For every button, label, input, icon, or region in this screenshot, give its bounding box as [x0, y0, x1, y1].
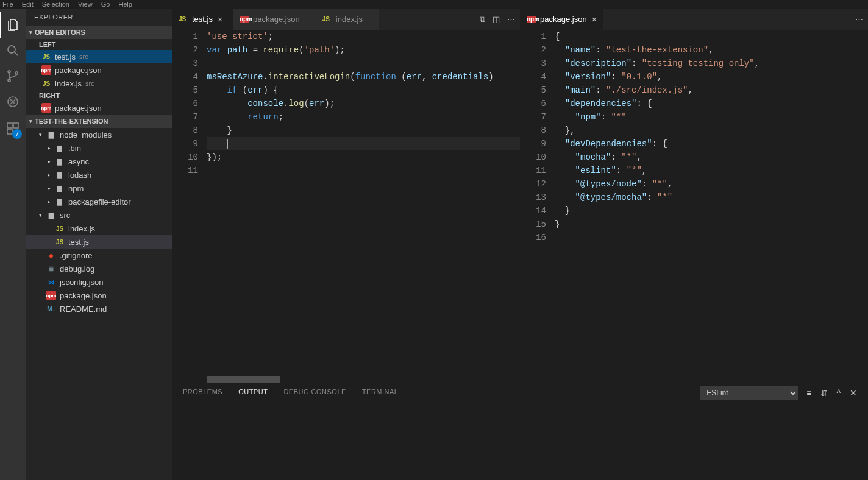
open-editors-label: OPEN EDITORS [35, 29, 85, 36]
open-editor-item[interactable]: npmpackage.json [26, 101, 172, 115]
close-tab-icon[interactable]: × [592, 15, 597, 24]
activity-extensions[interactable]: 7 [0, 116, 26, 141]
editor-area: JStest.js×npmpackage.json×JSindex.js× ⧉ … [172, 9, 868, 480]
file-item[interactable]: ≣debug.log [26, 262, 172, 275]
panel-tab-terminal[interactable]: TERMINAL [362, 388, 399, 398]
project-label: TEST-THE-EXTENSION [35, 118, 108, 125]
svg-rect-6 [13, 123, 18, 128]
clear-icon[interactable]: ≡ [806, 388, 812, 398]
more-icon[interactable]: ⋯ [507, 15, 515, 24]
open-editor-item[interactable]: JStest.jssrc [26, 50, 172, 63]
chevron-down-icon: ▾ [29, 29, 32, 35]
menu-view[interactable]: View [78, 1, 93, 8]
file-item[interactable]: JSindex.js [26, 222, 172, 235]
split-icon[interactable]: ◫ [493, 15, 500, 24]
editor-group-right: npmpackage.json× ⋯ 123456789101112131415… [520, 9, 868, 383]
folder-item[interactable]: ▸▇packagefile-editor [26, 195, 172, 208]
svg-point-3 [15, 72, 18, 74]
files-icon [5, 18, 20, 32]
menu-selection[interactable]: Selection [42, 1, 69, 8]
activity-debug[interactable] [0, 89, 26, 115]
extensions-badge: 7 [12, 129, 22, 139]
svg-point-2 [8, 79, 10, 82]
panel-tab-problems[interactable]: PROBLEMS [183, 388, 222, 398]
panel-tab-output[interactable]: OUTPUT [238, 388, 268, 398]
editor-tab[interactable]: JStest.js× [173, 9, 233, 30]
activity-search[interactable] [0, 38, 26, 63]
project-header[interactable]: ▾ TEST-THE-EXTENSION [26, 115, 172, 128]
output-channel-select[interactable]: ESLint [700, 386, 798, 400]
open-editor-item[interactable]: npmpackage.json [26, 63, 172, 77]
branch-icon [5, 69, 20, 83]
panel-body [172, 403, 868, 480]
sidebar-title: EXPLORER [26, 9, 172, 26]
folder-item[interactable]: ▾▇node_modules [26, 128, 172, 141]
open-editors-header[interactable]: ▾ OPEN EDITORS [26, 26, 172, 39]
bug-icon [5, 94, 20, 109]
svg-rect-5 [7, 123, 12, 128]
code-editor-right[interactable]: 12345678910111213141516 { "name": "test-… [521, 30, 868, 383]
tabbar-left: JStest.js×npmpackage.json×JSindex.js× ⧉ … [173, 9, 520, 30]
folder-item[interactable]: ▸▇lodash [26, 168, 172, 182]
panel-tabs: PROBLEMSOUTPUTDEBUG CONSOLETERMINAL ESLi… [172, 383, 868, 403]
panel-tab-debug-console[interactable]: DEBUG CONSOLE [283, 388, 346, 398]
file-item[interactable]: ◆.gitignore [26, 249, 172, 262]
activity-scm[interactable] [0, 63, 26, 89]
bottom-panel: PROBLEMSOUTPUTDEBUG CONSOLETERMINAL ESLi… [172, 383, 868, 480]
menu-help[interactable]: Help [118, 1, 132, 8]
file-item[interactable]: M↓README.md [26, 302, 172, 316]
compare-icon[interactable]: ⧉ [480, 15, 485, 24]
svg-point-0 [8, 46, 15, 53]
folder-item[interactable]: ▸▇async [26, 155, 172, 168]
open-editor-item[interactable]: JSindex.jssrc [26, 77, 172, 90]
search-icon [5, 43, 20, 58]
editor-group-left: JStest.js×npmpackage.json×JSindex.js× ⧉ … [172, 9, 520, 383]
horizontal-scrollbar[interactable] [207, 376, 520, 383]
file-item[interactable]: ⋈jsconfig.json [26, 275, 172, 289]
editor-tab[interactable]: npmpackage.json× [521, 9, 603, 30]
editor-tab[interactable]: JSindex.js× [316, 9, 379, 30]
menu-edit[interactable]: Edit [22, 1, 34, 8]
editor-actions-right: ⋯ [843, 9, 868, 30]
menubar[interactable]: FileEditSelectionViewGoHelp [0, 0, 868, 9]
open-editors-right-label: RIGHT [26, 90, 172, 101]
menu-file[interactable]: File [2, 1, 13, 8]
open-editors-left-label: LEFT [26, 39, 172, 50]
file-item[interactable]: npmpackage.json [26, 289, 172, 302]
close-panel-icon[interactable]: ✕ [850, 388, 858, 398]
file-item[interactable]: JStest.js [26, 235, 172, 249]
editor-actions-left: ⧉ ◫ ⋯ [468, 9, 520, 30]
code-editor-left[interactable]: 1234567891011 'use strict';var path = re… [173, 30, 520, 383]
tabbar-right: npmpackage.json× ⋯ [521, 9, 868, 30]
explorer-sidebar: EXPLORER ▾ OPEN EDITORS LEFT JStest.jssr… [26, 9, 172, 480]
close-tab-icon[interactable]: × [218, 15, 222, 24]
editor-tab[interactable]: npmpackage.json× [233, 9, 316, 30]
lock-scroll-icon[interactable]: ⇵ [820, 388, 828, 398]
activity-explorer[interactable] [0, 12, 26, 38]
folder-item[interactable]: ▾▇src [26, 208, 172, 222]
more-icon[interactable]: ⋯ [855, 15, 863, 24]
chevron-down-icon: ▾ [29, 118, 32, 124]
folder-item[interactable]: ▸▇.bin [26, 141, 172, 155]
menu-go[interactable]: Go [101, 1, 110, 8]
folder-item[interactable]: ▸▇npm [26, 182, 172, 195]
svg-rect-7 [7, 129, 12, 134]
maximize-icon[interactable]: ^ [836, 388, 841, 398]
activity-bar: 7 [0, 9, 26, 480]
svg-point-1 [8, 71, 10, 73]
